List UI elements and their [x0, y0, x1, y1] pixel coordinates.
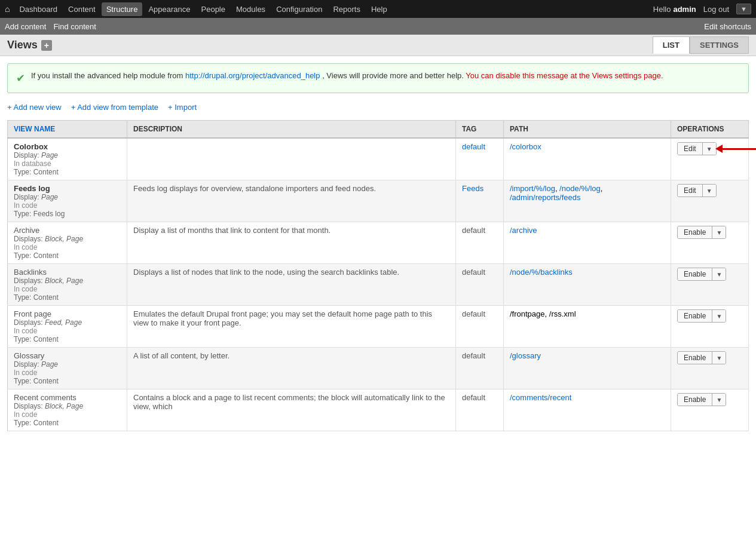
view-name-cell: Glossary Display: Page In code Type: Con…	[8, 348, 127, 389]
logout-link[interactable]: Log out	[699, 2, 734, 16]
view-storage: In code	[14, 369, 121, 377]
table-row: Feeds log Display: Page In code Type: Fe…	[8, 180, 749, 222]
edit-button[interactable]: Edit	[678, 143, 703, 155]
table-row: Front page Displays: Feed, Page In code …	[8, 306, 749, 348]
sort-view-name[interactable]: VIEW NAME	[14, 125, 55, 133]
view-title: Archive	[14, 226, 121, 235]
view-name-cell: Recent comments Displays: Block, Page In…	[8, 389, 127, 431]
path-link-2[interactable]: /node/%/log	[559, 184, 601, 193]
view-type: Type: Content	[14, 419, 121, 427]
path-link[interactable]: /comments/recent	[510, 393, 571, 402]
edit-dropdown-button[interactable]: ▼	[703, 185, 716, 197]
path-cell: /frontpage, /rss.xml	[504, 306, 671, 348]
enable-button[interactable]: Enable	[678, 226, 712, 238]
nav-content[interactable]: Content	[63, 2, 100, 16]
enable-dropdown-button[interactable]: ▼	[712, 226, 726, 238]
description-cell: Emulates the default Drupal front page; …	[127, 306, 456, 348]
path-cell: /comments/recent	[504, 389, 671, 431]
path-cell: /glossary	[504, 348, 671, 389]
hello-text: Hello	[653, 5, 671, 14]
enable-button-group: Enable ▼	[677, 351, 726, 364]
path-link[interactable]: /glossary	[510, 351, 541, 360]
enable-dropdown-button[interactable]: ▼	[712, 352, 726, 364]
col-view-name: VIEW NAME	[8, 121, 127, 139]
nav-structure[interactable]: Structure	[102, 2, 143, 16]
enable-button[interactable]: Enable	[678, 268, 712, 280]
advanced-help-link[interactable]: http://drupal.org/project/advanced_help	[185, 71, 320, 80]
add-new-view-link[interactable]: + Add new view	[7, 103, 62, 112]
enable-button[interactable]: Enable	[678, 394, 712, 406]
arrow-head	[715, 145, 723, 153]
tag-cell: default	[456, 138, 504, 180]
view-type: Type: Content	[14, 293, 121, 302]
add-content-link[interactable]: Add content	[5, 22, 46, 31]
tab-list[interactable]: LIST	[653, 36, 690, 54]
edit-shortcuts-link[interactable]: Edit shortcuts	[704, 22, 751, 31]
page-tabs: LIST SETTINGS	[653, 36, 749, 54]
operations-cell: Enable ▼	[671, 389, 749, 431]
edit-button-group: Edit ▼	[677, 184, 717, 197]
table-row: Archive Displays: Block, Page In code Ty…	[8, 222, 749, 264]
disable-message-link[interactable]: You can disable this message at the View…	[466, 71, 663, 80]
tag-cell: default	[456, 264, 504, 306]
view-display: Display: Page	[14, 151, 121, 159]
view-type: Type: Content	[14, 168, 121, 176]
nav-modules[interactable]: Modules	[231, 2, 270, 16]
enable-dropdown-button[interactable]: ▼	[712, 394, 726, 406]
col-tag: TAG	[456, 121, 504, 139]
path-link[interactable]: /node/%/backlinks	[510, 268, 573, 277]
path-link-1[interactable]: /import/%/log	[510, 184, 555, 193]
user-area: Hello admin Log out ▼	[653, 2, 751, 16]
edit-dropdown-button[interactable]: ▼	[703, 143, 716, 155]
tab-settings[interactable]: SETTINGS	[690, 36, 749, 54]
path-cell: /node/%/backlinks	[504, 264, 671, 306]
view-display: Displays: Block, Page	[14, 277, 121, 285]
view-title: Colorbox	[14, 142, 121, 151]
arrow-container: Edit ▼	[677, 142, 717, 155]
nav-configuration[interactable]: Configuration	[271, 2, 327, 16]
nav-reports[interactable]: Reports	[328, 2, 365, 16]
tag-cell: default	[456, 306, 504, 348]
view-title: Recent comments	[14, 393, 121, 402]
user-menu-dropdown[interactable]: ▼	[736, 4, 751, 14]
path-link[interactable]: /archive	[510, 226, 537, 235]
view-type: Type: Content	[14, 335, 121, 343]
view-display: Displays: Block, Page	[14, 235, 121, 243]
enable-button[interactable]: Enable	[678, 352, 712, 364]
view-storage: In code	[14, 285, 121, 293]
enable-button[interactable]: Enable	[678, 310, 712, 322]
enable-dropdown-button[interactable]: ▼	[712, 268, 726, 280]
top-navigation: ⌂ Dashboard Content Structure Appearance…	[0, 0, 756, 18]
description-cell: Displays a list of nodes that link to th…	[127, 264, 456, 306]
path-link-3[interactable]: /admin/reports/feeds	[510, 193, 581, 202]
view-display: Displays: Feed, Page	[14, 318, 121, 327]
view-type: Type: Feeds log	[14, 210, 121, 218]
nav-people[interactable]: People	[197, 2, 230, 16]
main-content: ✔ If you install the advanced help modul…	[0, 56, 756, 438]
nav-help[interactable]: Help	[366, 2, 392, 16]
edit-button[interactable]: Edit	[678, 185, 703, 197]
nav-appearance[interactable]: Appearance	[143, 2, 195, 16]
operations-cell: Enable ▼	[671, 264, 749, 306]
path-link[interactable]: /colorbox	[510, 142, 541, 151]
import-link[interactable]: + Import	[168, 103, 197, 112]
view-title: Glossary	[14, 351, 121, 360]
view-storage: In code	[14, 243, 121, 251]
info-text: If you install the advanced help module …	[31, 70, 663, 82]
enable-button-group: Enable ▼	[677, 226, 726, 239]
table-row: Recent comments Displays: Block, Page In…	[8, 389, 749, 431]
enable-dropdown-button[interactable]: ▼	[712, 310, 726, 322]
add-view-from-template-link[interactable]: + Add view from template	[71, 103, 158, 112]
tag-cell: default	[456, 389, 504, 431]
page-header: Views + LIST SETTINGS	[0, 35, 756, 56]
view-display: Display: Page	[14, 360, 121, 369]
operations-cell: Edit ▼	[671, 180, 749, 222]
find-content-link[interactable]: Find content	[53, 22, 96, 31]
actions-row: + Add new view + Add view from template …	[7, 103, 749, 112]
view-name-cell: Colorbox Display: Page In database Type:…	[8, 138, 127, 180]
views-add-icon[interactable]: +	[41, 40, 52, 51]
nav-dashboard[interactable]: Dashboard	[14, 2, 62, 16]
edit-button-group: Edit ▼	[677, 142, 717, 155]
home-icon[interactable]: ⌂	[5, 4, 10, 14]
view-title: Front page	[14, 309, 121, 318]
